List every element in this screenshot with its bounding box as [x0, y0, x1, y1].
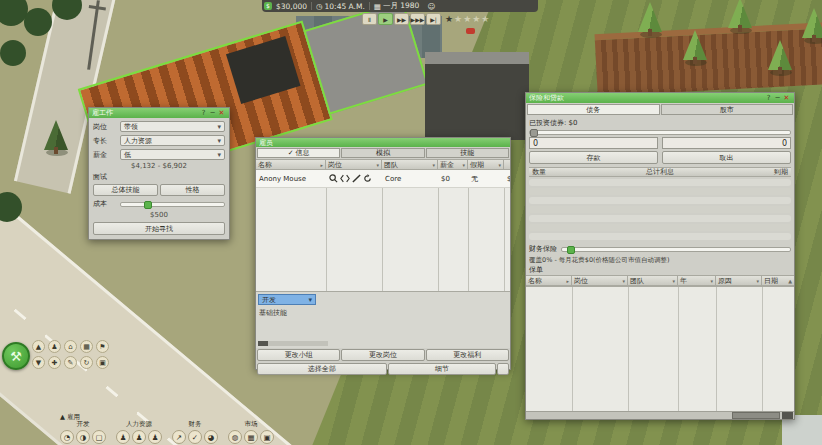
loan-row[interactable]: [529, 179, 791, 186]
column-name[interactable]: 名称▸: [256, 160, 326, 169]
tab-stocks[interactable]: 股市: [661, 104, 794, 115]
build-tool-icon[interactable]: ⚑: [96, 340, 109, 353]
extra-button[interactable]: [497, 363, 509, 375]
cost-slider[interactable]: [120, 202, 225, 207]
cost-slider-thumb[interactable]: [144, 201, 152, 209]
money-display[interactable]: $30,000: [272, 0, 311, 12]
build-tool-icon[interactable]: ↻: [80, 356, 93, 369]
loan-row[interactable]: [529, 233, 791, 240]
dev-monitor-icon[interactable]: ▢: [92, 430, 106, 444]
help-button[interactable]: ?: [764, 94, 773, 102]
claims-column-date[interactable]: 日期▲: [762, 276, 794, 285]
bank-window: 保险和贷款 ? ─ ✕ 债务 股市 已投资债券: $0 存款 取出 数量 总计利…: [525, 92, 795, 420]
build-tool-icon[interactable]: ▼: [32, 356, 45, 369]
overall-skills-button[interactable]: 总体技能: [93, 184, 158, 196]
build-tool-icon[interactable]: ⌂: [64, 340, 77, 353]
dev-project-icon[interactable]: ◔: [60, 430, 74, 444]
column-salary[interactable]: 薪金▾: [438, 160, 468, 169]
sort-icon: ▸: [566, 278, 569, 284]
close-button[interactable]: ✕: [782, 94, 791, 102]
scroll-thumb[interactable]: [258, 341, 268, 346]
claims-column-reason[interactable]: 原因▾: [716, 276, 762, 285]
insurance-slider-thumb[interactable]: [567, 246, 575, 254]
wage-dropdown[interactable]: 低 ▾: [120, 149, 225, 160]
dev-product-icon[interactable]: ◑: [76, 430, 90, 444]
build-tool-icon[interactable]: ▣: [96, 356, 109, 369]
build-tool-icon[interactable]: ✎: [64, 356, 77, 369]
bank-window-titlebar[interactable]: 保险和贷款 ? ─ ✕: [526, 93, 794, 103]
employee-row[interactable]: Anony Mouse Core $0 无 $0: [256, 170, 510, 188]
specialty-dropdown[interactable]: 人力资源 ▾: [120, 135, 225, 146]
staff-list[interactable]: Anony Mouse Core $0 无 $0: [256, 170, 510, 292]
tab-skills[interactable]: 技能: [426, 148, 509, 158]
fast-forward-button[interactable]: ▶▶: [394, 13, 409, 25]
minimize-button[interactable]: ─: [773, 94, 782, 102]
column-team[interactable]: 团队▾: [382, 160, 438, 169]
staff-window-titlebar[interactable]: 雇员: [256, 138, 510, 147]
position-dropdown[interactable]: 带领 ▾: [120, 121, 225, 132]
play-button[interactable]: ▶: [378, 13, 393, 25]
start-search-button[interactable]: 开始寻找: [93, 222, 225, 235]
hire-window-titlebar[interactable]: 雇工作 ? ─ ✕: [89, 108, 229, 118]
build-tool-icon[interactable]: ▲: [32, 340, 45, 353]
hr-employee-icon[interactable]: ♟: [116, 430, 130, 444]
insurance-slider[interactable]: [561, 247, 791, 252]
withdraw-amount-input[interactable]: [662, 137, 791, 149]
help-button[interactable]: ?: [199, 109, 208, 117]
hr-hire-icon[interactable]: ♟: [132, 430, 146, 444]
skill-filter-dropdown[interactable]: 开发 ▾: [258, 294, 316, 305]
market-product-icon[interactable]: ◍: [228, 430, 242, 444]
tab-info[interactable]: ✓ 信息: [257, 148, 340, 158]
personality-button[interactable]: 性格: [160, 184, 225, 196]
mood-icon[interactable]: ☺: [423, 0, 439, 12]
withdraw-button[interactable]: 取出: [662, 151, 791, 164]
staff-scrollbar[interactable]: [258, 341, 328, 346]
change-role-button[interactable]: 更改岗位: [341, 349, 424, 361]
column-extra[interactable]: [504, 160, 510, 169]
market-calendar-icon[interactable]: ▦: [244, 430, 258, 444]
details-button[interactable]: 细节: [388, 363, 496, 375]
finance-trend-icon[interactable]: ↗: [172, 430, 186, 444]
loan-due-column[interactable]: 到期: [774, 167, 788, 177]
hr-teams-icon[interactable]: ♟: [148, 430, 162, 444]
finance-report-icon[interactable]: ✓: [188, 430, 202, 444]
loan-row[interactable]: [529, 224, 791, 231]
change-benefits-button[interactable]: 更改福利: [426, 349, 509, 361]
column-role[interactable]: 岗位▾: [326, 160, 382, 169]
build-mode-button[interactable]: ⚒: [2, 342, 30, 370]
bonds-slider-thumb[interactable]: [530, 129, 538, 137]
bonds-slider[interactable]: [529, 130, 791, 135]
loan-row[interactable]: [529, 197, 791, 204]
tab-mode[interactable]: 模拟: [341, 148, 424, 158]
column-team-label: 团队: [384, 160, 398, 169]
deposit-button[interactable]: 存款: [529, 151, 658, 164]
market-box-icon[interactable]: ▣: [260, 430, 274, 444]
build-tool-icon[interactable]: ▦: [80, 340, 93, 353]
loan-interest-column[interactable]: 总计利息: [646, 167, 674, 177]
loan-row[interactable]: [529, 206, 791, 213]
claims-column-role[interactable]: 岗位▾: [572, 276, 628, 285]
loan-amount-column[interactable]: 数量: [532, 167, 546, 177]
deposit-amount-input[interactable]: [529, 137, 658, 149]
claims-column-year[interactable]: 年▾: [678, 276, 716, 285]
build-tool-icon[interactable]: ♟: [48, 340, 61, 353]
scroll-thumb[interactable]: [732, 412, 780, 419]
claims-list[interactable]: [526, 286, 794, 414]
insurance-label: 财务保险: [529, 244, 557, 254]
pause-button[interactable]: Ⅱ: [362, 13, 377, 25]
finance-pie-icon[interactable]: ◕: [204, 430, 218, 444]
claims-column-team[interactable]: 团队▾: [628, 276, 678, 285]
change-team-button[interactable]: 更改小组: [257, 349, 340, 361]
column-vacation[interactable]: 假期▾: [468, 160, 504, 169]
loan-row[interactable]: [529, 188, 791, 195]
fastest-forward-button[interactable]: ▶▶▶: [410, 13, 425, 25]
skip-button[interactable]: ▶|: [426, 13, 441, 25]
select-all-button[interactable]: 选择全部: [257, 363, 387, 375]
tab-loans[interactable]: 债务: [527, 104, 660, 115]
close-button[interactable]: ✕: [217, 109, 226, 117]
loan-row[interactable]: [529, 215, 791, 222]
minimize-button[interactable]: ─: [208, 109, 217, 117]
build-tool-icon[interactable]: ✚: [48, 356, 61, 369]
claims-column-name[interactable]: 名称▸: [526, 276, 572, 285]
horizontal-scrollbar[interactable]: [526, 411, 794, 419]
